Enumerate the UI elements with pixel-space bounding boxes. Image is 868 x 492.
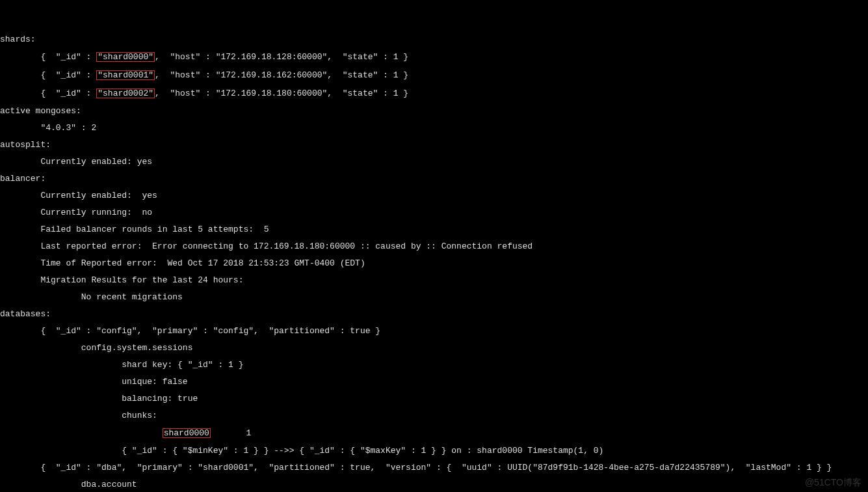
balancer-last-error: Last reported error: Error connecting to… [0, 242, 868, 251]
shard-pre: { "_id" : [0, 70, 96, 80]
balancer-time: Time of Reported error: Wed Oct 17 2018 … [0, 259, 868, 267]
balancer-enabled: Currently enabled: yes [0, 191, 868, 200]
chunk-post: 1 [211, 428, 251, 438]
autosplit-header: autosplit: [0, 141, 868, 149]
balancer-header: balancer: [0, 174, 868, 183]
config-balancing: balancing: true [0, 394, 868, 403]
shard-id-highlight: "shard0000" [96, 52, 155, 62]
dba-account: dba.account [0, 480, 868, 489]
shard-post: , "host" : "172.169.18.128:60000", "stat… [155, 52, 408, 62]
shard-line-1: { "_id" : "shard0001", "host" : "172.169… [0, 70, 868, 80]
db-config: { "_id" : "config", "primary" : "config"… [0, 327, 868, 335]
shards-header: shards: [0, 35, 868, 44]
balancer-migration-header: Migration Results for the last 24 hours: [0, 276, 868, 284]
balancer-failed: Failed balancer rounds in last 5 attempt… [0, 225, 868, 234]
shard-pre: { "_id" : [0, 52, 96, 62]
config-chunk-line: shard0000 1 [0, 428, 868, 438]
config-shardkey: shard key: { "_id" : 1 } [0, 361, 868, 369]
shard-id-highlight: "shard0002" [96, 89, 155, 98]
config-unique: unique: false [0, 377, 868, 386]
shard-post: , "host" : "172.169.18.162:60000", "stat… [155, 70, 408, 80]
shard-line-0: { "_id" : "shard0000", "host" : "172.169… [0, 52, 868, 62]
active-mongoses-header: active mongoses: [0, 107, 868, 115]
shard-pre: { "_id" : [0, 89, 96, 98]
autosplit-enabled: Currently enabled: yes [0, 157, 868, 166]
db-dba: { "_id" : "dba", "primary" : "shard0001"… [0, 463, 868, 472]
config-sessions: config.system.sessions [0, 344, 868, 352]
active-mongoses-version: "4.0.3" : 2 [0, 124, 868, 132]
watermark: @51CTO博客 [805, 478, 861, 487]
config-range: { "_id" : { "$minKey" : 1 } } -->> { "_i… [0, 446, 868, 455]
shard-post: , "host" : "172.169.18.180:60000", "stat… [155, 89, 408, 98]
chunk-shard-highlight: shard0000 [163, 428, 211, 438]
balancer-migration-none: No recent migrations [0, 293, 868, 301]
databases-header: databases: [0, 310, 868, 318]
shard-id-highlight: "shard0001" [96, 70, 155, 80]
shard-line-2: { "_id" : "shard0002", "host" : "172.169… [0, 89, 868, 98]
config-chunks: chunks: [0, 411, 868, 420]
balancer-running: Currently running: no [0, 208, 868, 217]
chunk-pre [0, 428, 163, 438]
